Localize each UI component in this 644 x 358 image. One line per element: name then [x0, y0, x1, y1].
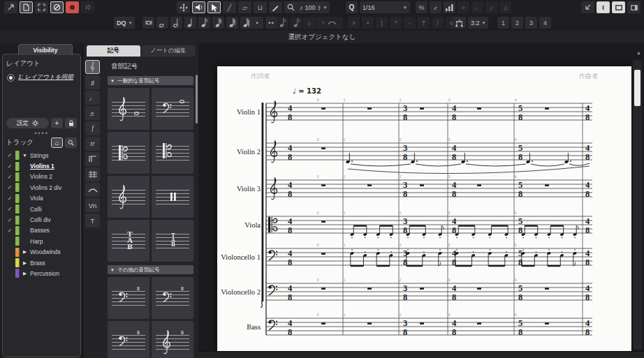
note-quarter-icon[interactable]: ♩ — [471, 1, 483, 13]
track-name[interactable]: Celli — [30, 206, 42, 213]
step-input-icon[interactable] — [444, 1, 455, 13]
track-name[interactable]: Violins 1 — [30, 163, 54, 170]
slur-category-button[interactable] — [85, 183, 100, 197]
voice-4-button[interactable]: 4 — [539, 17, 551, 29]
text-category-button[interactable]: T — [85, 214, 100, 228]
track-row[interactable]: ✓Celli — [6, 204, 77, 214]
clef-category-button[interactable] — [85, 60, 100, 74]
palette-tile-alto[interactable] — [108, 132, 149, 174]
duration-breve-button[interactable] — [142, 17, 154, 29]
ornaments-category-button[interactable]: tr — [85, 137, 100, 151]
track-expander-icon[interactable]: ▶ — [22, 260, 28, 266]
articulation-1-button[interactable]: • — [362, 17, 374, 29]
palette-tile-tab-small[interactable]: T A B — [152, 220, 193, 262]
expand-icon[interactable] — [35, 1, 48, 13]
dq-select[interactable]: DQ ▼ — [114, 17, 135, 29]
home-filter-button[interactable]: ⌂ — [51, 137, 63, 148]
tuplet-select[interactable]: 3:2 ▼ — [468, 17, 488, 29]
palette-tile-percussion[interactable] — [152, 176, 193, 218]
left-zone-toggle[interactable]: I — [597, 1, 610, 13]
track-name[interactable]: Violins 2 div — [30, 184, 61, 191]
line-tool-icon[interactable]: ╱ — [223, 1, 236, 13]
voice-3-button[interactable]: 3 — [525, 17, 537, 29]
dynamics-category-button[interactable]: f — [85, 121, 100, 135]
monitor-icon[interactable] — [81, 1, 94, 13]
articulation-2-button[interactable]: | — [376, 17, 388, 29]
track-row[interactable]: ✓Viola — [6, 193, 77, 204]
palette-section-header[interactable]: ▼一般的な音部記号 — [108, 76, 193, 85]
track-row[interactable]: Harp — [6, 236, 77, 246]
pin-icon[interactable] — [4, 1, 17, 13]
track-visibility-check[interactable]: ✓ — [6, 228, 13, 234]
note-eighth-icon[interactable]: ♪ — [485, 1, 497, 13]
palette-tile-tab-large[interactable]: T A B — [108, 220, 149, 262]
layout-sync-option[interactable]: 1: レイアウトを同期 — [7, 73, 77, 82]
track-row[interactable]: ✓▼Strings — [6, 150, 77, 161]
pan-tool-icon[interactable] — [177, 1, 190, 13]
note-beam-icon[interactable]: ♫ — [499, 1, 511, 13]
score-page[interactable]: 作詞者作曲者♩ = 132Violin 1483848584801234Viol… — [217, 66, 631, 354]
track-row[interactable]: ✓Violins 1 — [6, 161, 77, 171]
palette-section-header[interactable]: ▼その他の音部記号 — [108, 265, 193, 274]
track-visibility-check[interactable]: ✓ — [6, 217, 13, 223]
duration-sixteenth-button[interactable] — [212, 17, 224, 29]
duration-half-button[interactable] — [170, 17, 182, 29]
grace-note-button[interactable] — [277, 17, 288, 29]
track-expander-icon[interactable]: ▶ — [22, 271, 28, 276]
track-row[interactable]: ▶Brass — [6, 258, 77, 268]
right-zone-toggle[interactable] — [627, 1, 641, 13]
palette-tile-treble-8[interactable]: 8 — [152, 321, 193, 358]
vertical-scrollbar[interactable] — [633, 60, 642, 350]
tab-note-edit[interactable]: ノートの編集 — [142, 45, 196, 57]
track-visibility-check[interactable]: ✓ — [6, 195, 13, 202]
articulation-0-button[interactable]: > — [348, 17, 360, 29]
track-name[interactable]: Percussion — [30, 270, 59, 277]
draw-tool-icon[interactable] — [269, 1, 282, 13]
track-row[interactable]: ✓Celli div — [6, 214, 77, 225]
duration-sixtyfourth-button[interactable] — [240, 17, 252, 29]
palette-tile-treble-note[interactable] — [108, 88, 149, 130]
tab-visibility[interactable]: Visibility — [18, 44, 73, 55]
duration-eighth-button[interactable] — [198, 17, 210, 29]
track-name[interactable]: Brass — [30, 260, 45, 267]
palette-scrollbar[interactable] — [196, 75, 198, 124]
track-row[interactable]: ✓Basses — [6, 225, 77, 236]
voice-2-button[interactable]: 2 — [511, 17, 523, 29]
key-signature-category-button[interactable]: ♯ — [85, 75, 100, 89]
palette-tile-bass-8a[interactable]: 8 — [108, 277, 149, 319]
iterative-quantize-icon[interactable]: e — [430, 1, 441, 13]
track-name[interactable]: Celli div — [30, 216, 51, 223]
palette-tile-bass-8c[interactable]: 8 — [108, 321, 149, 358]
scroll-up-icon[interactable]: ▲ — [636, 50, 641, 55]
track-expander-icon[interactable]: ▼ — [22, 153, 28, 158]
palette-tile-bass-8b[interactable]: 8 — [152, 277, 193, 319]
add-button[interactable]: + — [51, 118, 63, 128]
triplet-quantize-icon[interactable]: % — [416, 1, 427, 13]
tuplet-icon[interactable]: 3 — [453, 17, 466, 29]
duration-whole-button[interactable] — [156, 17, 168, 29]
acoustic-feedback-icon[interactable] — [192, 1, 205, 13]
track-name[interactable]: Harp — [30, 238, 43, 245]
track-visibility-check[interactable]: ✓ — [6, 206, 13, 212]
track-row[interactable]: ▶Woodwinds — [6, 247, 77, 258]
loop-icon[interactable] — [50, 1, 64, 13]
settings-button[interactable]: 設定 — [6, 118, 49, 128]
track-visibility-check[interactable]: ✓ — [6, 184, 13, 191]
articulation-4-button[interactable]: - — [404, 17, 416, 29]
wave-icon[interactable]: ≈ — [458, 1, 469, 13]
track-row[interactable]: ✓Violins 2 div — [6, 182, 77, 193]
triplet-note-button[interactable] — [291, 17, 302, 29]
track-name[interactable]: Violins 2 — [30, 173, 52, 180]
double-dot-button[interactable]: •• — [265, 17, 277, 29]
lock-button[interactable] — [65, 118, 77, 128]
articulation-5-button[interactable]: T — [418, 17, 430, 29]
track-name[interactable]: Basses — [30, 227, 50, 234]
velocity-field[interactable]: ♪ 100 ▲▼ ▼ — [297, 1, 330, 13]
panel-resize-handle[interactable]: •••• — [6, 130, 77, 136]
track-row[interactable]: ✓Violins 2 — [6, 172, 77, 182]
palette-tile-treble[interactable] — [108, 176, 149, 218]
duration-quarter-button[interactable] — [184, 17, 196, 29]
dot-button[interactable]: • — [251, 17, 263, 29]
repeats-category-button[interactable] — [85, 167, 100, 181]
track-visibility-check[interactable]: ✓ — [6, 174, 13, 180]
